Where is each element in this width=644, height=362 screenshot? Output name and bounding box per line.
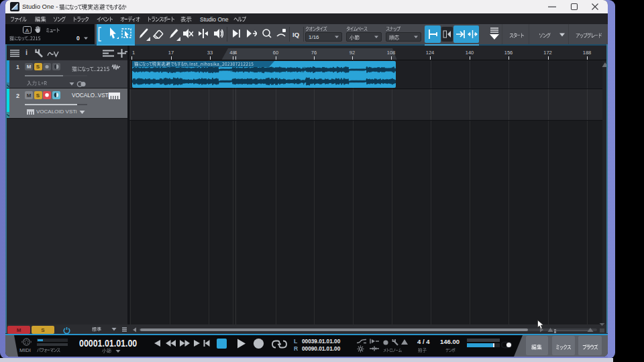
svg-text:A: A	[25, 27, 30, 34]
